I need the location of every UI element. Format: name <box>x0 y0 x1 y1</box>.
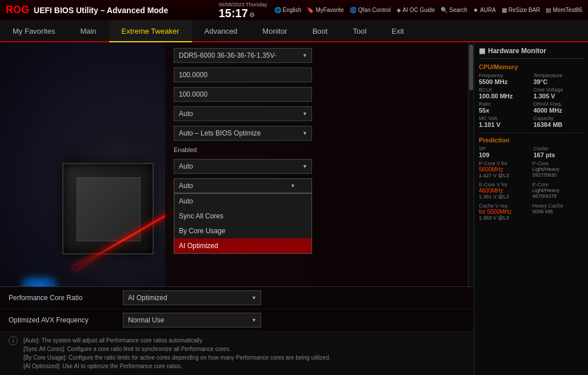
tab-main[interactable]: Main <box>67 21 109 42</box>
stat-capacity: Capacity 16384 MB <box>534 115 584 128</box>
main-layout: Ratio DDR5-6000 36-36-36-76-1.35V- <box>0 42 588 375</box>
info-row: i [Auto]: The system will adjust all Per… <box>9 336 465 370</box>
dropdown3-select[interactable]: Auto – Lets BIOS Optimize <box>174 126 312 141</box>
prediction-header: Prediction <box>479 133 583 143</box>
scroll-thumb <box>469 45 473 90</box>
perf-ratio-dropdown-container: Auto Auto Sync All Cores By Core Usage A… <box>174 178 312 193</box>
info-line-3: [By Core Usage]: Configure the ratio lim… <box>23 353 331 362</box>
tab-advanced[interactable]: Advanced <box>192 21 250 42</box>
stat-frequency: Frequency 5500 MHz <box>479 73 529 85</box>
stat-dram-freq: DRAM Freq. 4000 MHz <box>534 101 584 114</box>
dropdown4-wrapper: Auto <box>174 159 312 174</box>
nav-search[interactable]: 🔍 Search <box>441 7 467 13</box>
time-display: 15:17⚙ <box>219 7 255 19</box>
avx-freq-dropdown-wrapper: Normal Use <box>123 313 261 328</box>
perf-core-ratio-label: Performance Core Ratio <box>9 294 123 302</box>
info-icon: i <box>9 336 18 345</box>
nav-tabs-bar: My Favorites Main Extreme Tweaker Advanc… <box>0 21 588 42</box>
stat-bclk: BCLK 100.00 MHz <box>479 87 529 99</box>
tab-tool[interactable]: Tool <box>340 21 379 42</box>
nav-myfavorite[interactable]: 🔖 MyFavorite <box>307 7 343 13</box>
stat-mc-volt: MC Volt. 1.101 V <box>479 115 529 128</box>
nav-qfan[interactable]: 🌀 Qfan Control <box>350 7 391 13</box>
avx-freq-label: Optimized AVX Frequency <box>9 316 123 324</box>
perf-ratio-dropdown-menu: Auto Sync All Cores By Core Usage AI Opt… <box>174 193 312 254</box>
dropdown3-wrapper: Auto – Lets BIOS Optimize <box>174 126 312 141</box>
cpu-memory-stats: Frequency 5500 MHz Temperature 39°C BCLK… <box>479 73 583 128</box>
nav-english[interactable]: 🌐 English <box>274 7 302 13</box>
pred-row-0: P-Core V for 5600MHz 1.427 V @L3 P-Core … <box>479 161 583 178</box>
info-text-block: [Auto]: The system will adjust all Perfo… <box>23 336 331 370</box>
option-sync-all-cores[interactable]: Sync All Cores <box>174 209 311 224</box>
ddr5-dropdown-wrapper: DDR5-6000 36-36-36-76-1.35V- <box>174 48 312 63</box>
info-line-2: [Sync All Cores]: Configure a core ratio… <box>23 345 331 353</box>
stat-temperature: Temperature 39°C <box>534 73 584 85</box>
ddr5-dropdown[interactable]: DDR5-6000 36-36-36-76-1.35V- <box>174 48 312 63</box>
ddr5-dropdown-row: DDR5-6000 36-36-36-76-1.35V- <box>174 48 465 63</box>
nav-resizebar[interactable]: ▦ ReSize BAR <box>502 7 541 13</box>
dropdown3-row: Auto – Lets BIOS Optimize <box>174 126 465 141</box>
pcie-input[interactable] <box>174 87 312 102</box>
tab-my-favorites[interactable]: My Favorites <box>0 21 67 42</box>
tab-boot[interactable]: Boot <box>300 21 341 42</box>
info-line-4: [AI Optimized]: Use AI to optimize the P… <box>23 362 331 370</box>
stat-ratio: Ratio 55x <box>479 101 529 114</box>
option-auto[interactable]: Auto <box>174 194 311 209</box>
info-section: i [Auto]: The system will adjust all Per… <box>0 332 474 375</box>
dropdown4-row: Auto <box>174 159 465 174</box>
pred-cache-for-label: Cache V req for 5000MHz 1.363 V @L3 <box>479 203 530 221</box>
nav-aioc[interactable]: ◈ AI OC Guide <box>397 7 435 13</box>
datetime-display: 06/08/2023 Thursday 15:17⚙ <box>219 2 267 19</box>
monitor-icon: ▦ <box>479 47 485 55</box>
top-nav: 🌐 English 🔖 MyFavorite 🌀 Qfan Control ◈ … <box>274 7 582 13</box>
pred-pcore-for-label: P-Core V for 5600MHz 1.427 V @L3 <box>479 161 530 178</box>
dropdown4-select[interactable]: Auto <box>174 159 312 174</box>
cpu-socket <box>62 163 154 254</box>
perf-core-ratio-row: Performance Core Ratio AI Optimized <box>0 287 474 309</box>
rog-logo: ROG <box>6 4 29 16</box>
stat-core-voltage: Core Voltage 1.305 V <box>534 87 584 99</box>
dropdown2-row: Auto <box>174 106 465 121</box>
bclk-input[interactable] <box>174 67 312 82</box>
perf-core-ratio-dropdown[interactable]: AI Optimized <box>123 290 261 305</box>
pred-row-1: E-Core V for 4600MHz 1.361 V @L3 E-Core … <box>479 182 583 200</box>
info-line-1: [Auto]: The system will adjust all Perfo… <box>23 336 331 345</box>
option-by-core-usage[interactable]: By Core Usage <box>174 224 311 238</box>
avx-freq-control: Normal Use <box>123 313 465 328</box>
avx-freq-dropdown[interactable]: Normal Use <box>123 313 261 328</box>
bios-title: UEFI BIOS Utility – Advanced Mode <box>34 6 219 15</box>
pred-ecore-for-label: E-Core V for 4600MHz 1.361 V @L3 <box>479 182 530 200</box>
hw-monitor-title: ▦ Hardware Monitor <box>479 47 583 59</box>
avx-freq-row: Optimized AVX Frequency Normal Use <box>0 309 474 332</box>
dropdown2-wrapper: Auto <box>174 106 312 121</box>
pred-ecore-vals: E-Core Light/Heavy 4670/4378 <box>533 182 584 200</box>
cpu-memory-header: CPU/Memory <box>479 63 583 70</box>
option-ai-optimized[interactable]: AI Optimized <box>174 238 311 253</box>
tab-monitor[interactable]: Monitor <box>250 21 299 42</box>
hw-monitor-sidebar: ▦ Hardware Monitor CPU/Memory Frequency … <box>474 42 588 375</box>
nav-aura[interactable]: ★ AURA <box>473 7 496 13</box>
nav-memtest[interactable]: ▤ MemTest86 <box>546 7 582 13</box>
pred-pcore-vals: P-Core Light/Heavy 5927/5630 <box>533 161 584 178</box>
input2-row <box>174 87 465 102</box>
enabled-label: Enabled <box>174 145 465 154</box>
content-area: Ratio DDR5-6000 36-36-36-76-1.35V- <box>0 42 474 375</box>
input1-row <box>174 67 465 82</box>
perf-core-ratio-dropdown-wrapper: AI Optimized <box>123 290 261 305</box>
stat-cooler: Cooler 167 pts <box>534 146 584 158</box>
tab-extreme-tweaker[interactable]: Extreme Tweaker <box>109 21 192 42</box>
pred-row-2: Cache V req for 5000MHz 1.363 V @L3 Heav… <box>479 203 583 221</box>
perf-ratio-dropdown-trigger[interactable]: Auto <box>174 178 312 193</box>
header: ROG UEFI BIOS Utility – Advanced Mode 06… <box>0 0 588 21</box>
pred-cache-vals: Heavy Cache 5096 MB <box>533 203 584 221</box>
prediction-sp-cooler: SP 109 Cooler 167 pts <box>479 146 583 158</box>
perf-core-ratio-control: AI Optimized <box>123 290 465 305</box>
tab-exit[interactable]: Exit <box>379 21 417 42</box>
bottom-settings: Performance Core Ratio AI Optimized Opti… <box>0 286 474 375</box>
stat-sp: SP 109 <box>479 146 529 158</box>
dropdown2-select[interactable]: Auto <box>174 106 312 121</box>
